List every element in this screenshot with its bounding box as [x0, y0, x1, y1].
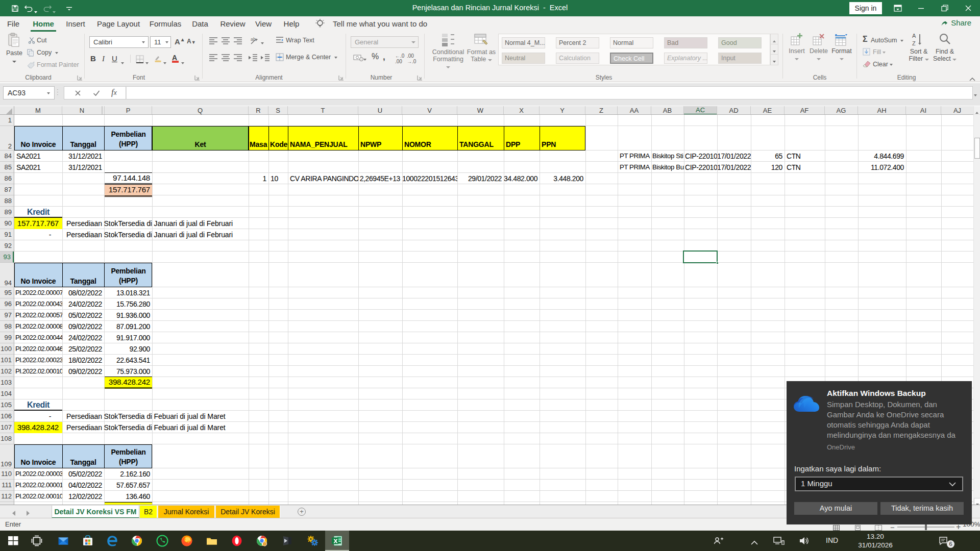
- svg-text:ab: ab: [251, 37, 256, 42]
- svg-text:Z: Z: [912, 40, 916, 46]
- svg-text:A: A: [912, 33, 916, 39]
